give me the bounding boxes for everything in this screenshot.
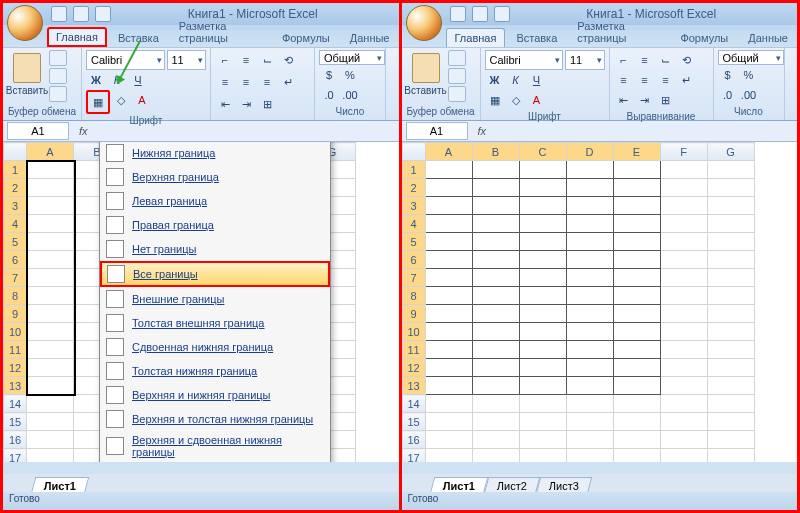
cell[interactable] <box>472 305 519 323</box>
align-left-button[interactable]: ≡ <box>215 72 235 92</box>
cell[interactable] <box>519 233 566 251</box>
cell[interactable] <box>613 341 660 359</box>
tab-pagelayout[interactable]: Разметка страницы <box>170 16 271 47</box>
copy-button[interactable] <box>49 68 67 84</box>
row-header[interactable]: 8 <box>402 287 425 305</box>
borders-button[interactable]: ▦ <box>485 90 505 110</box>
dec-dec-button[interactable]: .00 <box>739 85 759 105</box>
align-left-button[interactable]: ≡ <box>614 70 634 90</box>
cell[interactable] <box>472 413 519 431</box>
underline-button[interactable]: Ч <box>128 70 148 90</box>
cell[interactable] <box>472 269 519 287</box>
cell[interactable] <box>613 269 660 287</box>
cell[interactable] <box>519 377 566 395</box>
tab-formulas[interactable]: Формулы <box>273 28 339 47</box>
cell[interactable] <box>27 323 74 341</box>
cell[interactable] <box>425 197 472 215</box>
tab-data[interactable]: Данные <box>739 28 797 47</box>
cell[interactable] <box>425 161 472 179</box>
cell[interactable] <box>519 395 566 413</box>
cell[interactable] <box>566 431 613 449</box>
cell[interactable] <box>27 161 74 179</box>
cut-button[interactable] <box>49 50 67 66</box>
orientation-button[interactable]: ⟲ <box>677 50 697 70</box>
cell[interactable] <box>566 197 613 215</box>
save-icon[interactable] <box>51 6 67 22</box>
cell[interactable] <box>660 341 707 359</box>
cell[interactable] <box>707 341 754 359</box>
cell[interactable] <box>519 323 566 341</box>
office-button[interactable] <box>7 5 43 41</box>
cell[interactable] <box>472 251 519 269</box>
font-size-combo[interactable]: 11 <box>565 50 605 70</box>
tab-data[interactable]: Данные <box>341 28 399 47</box>
border-option[interactable]: Нет границы <box>100 237 330 261</box>
fill-color-button[interactable]: ◇ <box>506 90 526 110</box>
row-header[interactable]: 7 <box>4 269 27 287</box>
align-middle-button[interactable]: ≡ <box>236 50 256 70</box>
cell[interactable] <box>27 395 74 413</box>
row-header[interactable]: 8 <box>4 287 27 305</box>
currency-button[interactable]: $ <box>319 65 339 85</box>
cell[interactable] <box>613 287 660 305</box>
border-option[interactable]: Сдвоенная нижняя граница <box>100 335 330 359</box>
cell[interactable] <box>519 431 566 449</box>
col-header[interactable]: B <box>472 143 519 161</box>
cell[interactable] <box>27 233 74 251</box>
cell[interactable] <box>613 161 660 179</box>
cell[interactable] <box>613 179 660 197</box>
cell[interactable] <box>566 305 613 323</box>
dec-dec-button[interactable]: .00 <box>340 85 360 105</box>
cell[interactable] <box>707 413 754 431</box>
cell[interactable] <box>707 377 754 395</box>
align-middle-button[interactable]: ≡ <box>635 50 655 70</box>
indent-dec-button[interactable]: ⇤ <box>614 90 634 110</box>
row-header[interactable]: 16 <box>402 431 425 449</box>
font-color-button[interactable]: A <box>132 90 152 110</box>
cell[interactable] <box>613 305 660 323</box>
cell[interactable] <box>27 179 74 197</box>
row-header[interactable]: 6 <box>4 251 27 269</box>
cell[interactable] <box>27 359 74 377</box>
cell[interactable] <box>707 179 754 197</box>
cell[interactable] <box>613 323 660 341</box>
row-header[interactable]: 5 <box>402 233 425 251</box>
row-header[interactable]: 17 <box>4 449 27 463</box>
undo-icon[interactable] <box>472 6 488 22</box>
cell[interactable] <box>425 395 472 413</box>
cell[interactable] <box>425 431 472 449</box>
percent-button[interactable]: % <box>340 65 360 85</box>
cell[interactable] <box>519 413 566 431</box>
cell[interactable] <box>27 251 74 269</box>
row-header[interactable]: 1 <box>4 161 27 179</box>
cell[interactable] <box>613 359 660 377</box>
cell[interactable] <box>425 251 472 269</box>
cell[interactable] <box>707 161 754 179</box>
border-option[interactable]: Верхняя и сдвоенная нижняя границы <box>100 431 330 461</box>
save-icon[interactable] <box>450 6 466 22</box>
tab-formulas[interactable]: Формулы <box>671 28 737 47</box>
cell[interactable] <box>707 395 754 413</box>
cell[interactable] <box>660 305 707 323</box>
row-header[interactable]: 12 <box>4 359 27 377</box>
cell[interactable] <box>27 449 74 463</box>
cell[interactable] <box>707 431 754 449</box>
fx-icon[interactable]: fx <box>472 125 493 137</box>
office-button[interactable] <box>406 5 442 41</box>
align-center-button[interactable]: ≡ <box>236 72 256 92</box>
border-option[interactable]: Толстая нижняя граница <box>100 359 330 383</box>
name-box[interactable]: A1 <box>406 122 468 140</box>
cell[interactable] <box>566 179 613 197</box>
cell[interactable] <box>425 323 472 341</box>
cell[interactable] <box>707 251 754 269</box>
col-header[interactable]: A <box>425 143 472 161</box>
cell[interactable] <box>425 215 472 233</box>
cell[interactable] <box>566 161 613 179</box>
border-option[interactable]: Верхняя и нижняя границы <box>100 383 330 407</box>
row-header[interactable]: 3 <box>4 197 27 215</box>
border-option[interactable]: Левая граница <box>100 189 330 213</box>
col-header[interactable]: F <box>660 143 707 161</box>
dec-inc-button[interactable]: .0 <box>319 85 339 105</box>
cell[interactable] <box>660 431 707 449</box>
cell[interactable] <box>472 377 519 395</box>
